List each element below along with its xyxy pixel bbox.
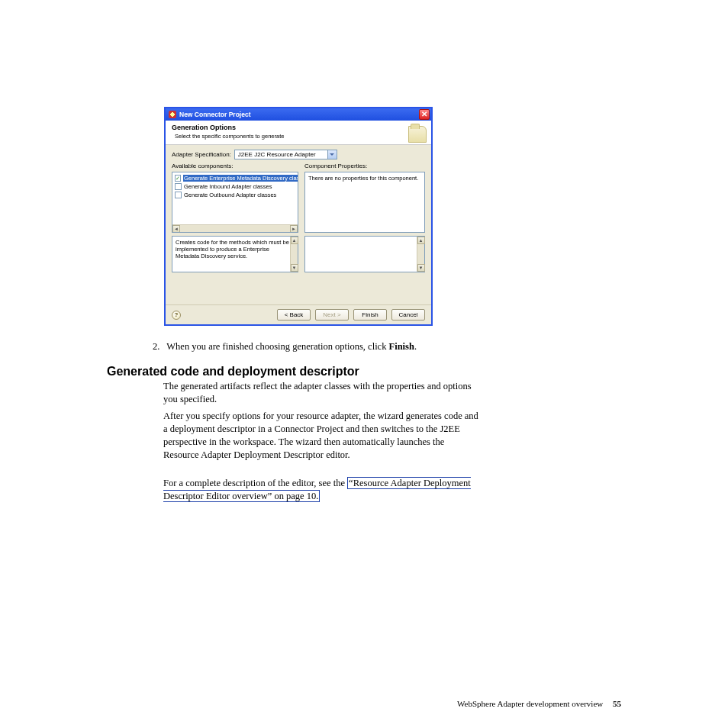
- scroll-up-icon[interactable]: ▲: [417, 237, 425, 244]
- scroll-down-icon[interactable]: ▼: [417, 264, 425, 272]
- tree-item[interactable]: Generate Inbound Adapter classes: [175, 182, 295, 191]
- close-icon[interactable]: ✕: [419, 109, 430, 120]
- scroll-up-icon[interactable]: ▲: [291, 237, 298, 244]
- chevron-down-icon[interactable]: [327, 150, 337, 159]
- next-button: Next >: [315, 309, 349, 321]
- wizard-banner: Generation Options Select the specific c…: [166, 121, 431, 145]
- horizontal-scrollbar[interactable]: ◄ ►: [172, 224, 298, 232]
- components-tree[interactable]: ✓ Generate Enterprise Metadata Discovery…: [172, 172, 298, 233]
- window-title: New Connector Project: [179, 111, 419, 118]
- scroll-right-icon[interactable]: ►: [290, 225, 298, 233]
- banner-title: Generation Options: [172, 124, 425, 131]
- paragraph: The generated artifacts reflect the adap…: [163, 380, 480, 406]
- wizard-button-bar: ? < Back Next > Finish Cancel: [166, 304, 431, 324]
- wizard-dialog: New Connector Project ✕ Generation Optio…: [164, 107, 433, 326]
- available-components-label: Available components:: [172, 163, 298, 169]
- component-properties-panel: There are no properties for this compone…: [304, 172, 425, 233]
- banner-subtitle: Select the specific components to genera…: [175, 133, 425, 140]
- page-footer: WebSphere Adapter development overview 5…: [457, 699, 621, 708]
- page-number: 55: [613, 699, 621, 708]
- adapter-spec-value: J2EE J2C Resource Adapter: [234, 150, 327, 159]
- checkbox-icon[interactable]: [175, 183, 182, 190]
- vertical-scrollbar[interactable]: ▲ ▼: [417, 237, 424, 272]
- properties-empty-text: There are no properties for this compone…: [308, 175, 418, 182]
- finish-button[interactable]: Finish: [353, 309, 387, 321]
- vertical-scrollbar[interactable]: ▲ ▼: [290, 237, 298, 272]
- checkbox-checked-icon[interactable]: ✓: [175, 175, 181, 182]
- titlebar: New Connector Project ✕: [166, 108, 431, 121]
- component-description: Creates code for the methods which must …: [172, 236, 298, 272]
- section-heading: Generated code and deployment descriptor: [107, 365, 359, 378]
- cancel-button[interactable]: Cancel: [391, 309, 425, 321]
- adapter-spec-select[interactable]: J2EE J2C Resource Adapter: [234, 150, 337, 159]
- checkbox-icon[interactable]: [175, 192, 182, 198]
- component-properties-label: Component Properties:: [304, 163, 425, 169]
- tree-item[interactable]: ✓ Generate Enterprise Metadata Discovery…: [175, 174, 295, 182]
- folder-icon: [408, 126, 427, 143]
- property-value-editor[interactable]: ▲ ▼: [304, 236, 425, 272]
- tree-item[interactable]: Generate Outbound Adapter classes: [175, 191, 295, 199]
- step-2: 2. When you are finished choosing genera…: [153, 341, 417, 353]
- help-icon[interactable]: ?: [172, 311, 181, 320]
- paragraph: After you specify options for your resou…: [163, 410, 480, 462]
- back-button[interactable]: < Back: [277, 309, 311, 321]
- app-icon: [169, 111, 176, 118]
- adapter-spec-label: Adapter Specification:: [172, 151, 231, 158]
- scroll-down-icon[interactable]: ▼: [291, 264, 298, 272]
- scroll-left-icon[interactable]: ◄: [172, 225, 180, 233]
- paragraph: For a complete description of the editor…: [163, 477, 480, 503]
